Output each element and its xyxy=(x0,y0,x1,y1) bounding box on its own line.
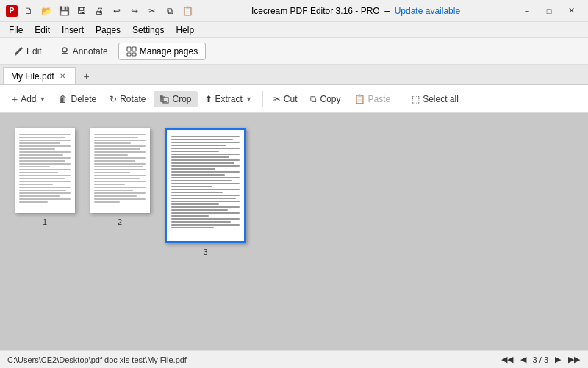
title-bar-title: Icecream PDF Editor 3.16 - PRO – Update … xyxy=(196,6,516,16)
copy-icon: ⧉ xyxy=(310,94,317,104)
menu-edit[interactable]: Edit xyxy=(29,24,56,37)
main-content: 1 xyxy=(0,113,588,350)
page-thumb-1[interactable]: 1 xyxy=(15,128,75,226)
tab-close-btn[interactable]: ✕ xyxy=(57,71,68,82)
tab-myfile[interactable]: My File.pdf ✕ xyxy=(3,67,76,84)
select-all-btn[interactable]: ⬚ Select all xyxy=(406,91,465,107)
cut-btn[interactable]: ✂ Cut xyxy=(268,91,304,107)
annotate-label: Annotate xyxy=(73,46,108,57)
last-page-btn[interactable]: ▶▶ xyxy=(567,353,581,367)
mode-bar: Edit Annotate Manage pages xyxy=(0,38,588,65)
edit-label: Edit xyxy=(26,46,42,57)
rotate-btn[interactable]: ↻ Rotate xyxy=(104,91,151,107)
paste-btn[interactable]: 📋 Paste xyxy=(348,91,397,107)
delete-btn[interactable]: 🗑 Delete xyxy=(53,91,102,107)
maximize-btn[interactable]: □ xyxy=(538,4,560,18)
separator-2 xyxy=(401,91,401,107)
copy-label: Copy xyxy=(320,94,340,104)
minimize-btn[interactable]: − xyxy=(516,4,538,18)
redo-btn[interactable]: ↪ xyxy=(126,3,143,19)
page-label-3: 3 xyxy=(203,248,207,256)
title-bar: P 🗋 📂 💾 🖫 🖨 ↩ ↪ ✂ ⧉ 📋 Icecream PDF Edito… xyxy=(0,0,588,22)
svg-rect-4 xyxy=(132,47,136,51)
menu-file[interactable]: File xyxy=(3,24,29,37)
delete-icon: 🗑 xyxy=(59,94,68,104)
manage-pages-icon xyxy=(126,46,137,57)
copy-tb-btn[interactable]: ⧉ xyxy=(162,3,178,19)
svg-rect-7 xyxy=(163,98,168,103)
print-btn[interactable]: 🖨 xyxy=(91,3,107,19)
undo-btn[interactable]: ↩ xyxy=(109,3,125,19)
page-navigation: ◀◀ ◀ 3 / 3 ▶ ▶▶ xyxy=(501,353,581,367)
svg-rect-3 xyxy=(127,47,131,51)
total-pages-number: 3 xyxy=(544,356,548,364)
menu-pages[interactable]: Pages xyxy=(90,24,126,37)
paste-icon: 📋 xyxy=(354,94,365,104)
app-icon: P xyxy=(6,5,18,17)
window-controls: − □ ✕ xyxy=(516,4,582,18)
new-file-btn[interactable]: 🗋 xyxy=(21,3,37,19)
menu-insert[interactable]: Insert xyxy=(56,24,90,37)
action-bar: + Add ▼ 🗑 Delete ↻ Rotate Crop ⬆ Extract… xyxy=(0,85,588,113)
annotate-icon xyxy=(60,46,70,57)
cut-tb-btn[interactable]: ✂ xyxy=(144,3,160,19)
svg-point-1 xyxy=(62,48,67,52)
menu-help[interactable]: Help xyxy=(170,24,200,37)
annotate-mode-btn[interactable]: Annotate xyxy=(52,43,115,59)
save-as-btn[interactable]: 🖫 xyxy=(74,3,90,19)
next-page-btn[interactable]: ▶ xyxy=(551,353,564,367)
save-btn[interactable]: 💾 xyxy=(56,3,72,19)
page-label-2: 2 xyxy=(118,217,122,226)
tab-bar: My File.pdf ✕ + xyxy=(0,65,588,85)
cut-icon: ✂ xyxy=(273,94,281,104)
new-tab-btn[interactable]: + xyxy=(79,68,95,84)
extract-label: Extract xyxy=(215,94,243,104)
page-content-1 xyxy=(15,128,75,213)
tab-label: My File.pdf xyxy=(11,71,54,82)
crop-label: Crop xyxy=(173,94,192,104)
page-thumb-2[interactable]: 2 xyxy=(90,128,150,226)
add-btn[interactable]: + Add ▼ xyxy=(6,90,51,108)
page-thumbnail-3[interactable] xyxy=(165,128,246,243)
extract-btn[interactable]: ⬆ Extract ▼ xyxy=(199,91,258,107)
svg-rect-2 xyxy=(62,53,68,54)
copy-btn[interactable]: ⧉ Copy xyxy=(304,91,346,107)
manage-pages-mode-btn[interactable]: Manage pages xyxy=(118,43,206,60)
update-link[interactable]: Update available xyxy=(395,6,460,16)
cut-label: Cut xyxy=(284,94,298,104)
menu-bar: File Edit Insert Pages Settings Help xyxy=(0,22,588,38)
delete-label: Delete xyxy=(71,94,96,104)
crop-btn[interactable]: Crop xyxy=(154,91,198,107)
select-all-label: Select all xyxy=(423,94,459,104)
status-bar: C:\Users\CE2\Desktop\pdf doc xls test\My… xyxy=(0,350,588,368)
manage-pages-label: Manage pages xyxy=(140,46,198,57)
first-page-btn[interactable]: ◀◀ xyxy=(501,353,514,367)
menu-settings[interactable]: Settings xyxy=(126,24,170,37)
title-bar-left: P 🗋 📂 💾 🖫 🖨 ↩ ↪ ✂ ⧉ 📋 xyxy=(6,3,196,19)
file-path: C:\Users\CE2\Desktop\pdf doc xls test\My… xyxy=(7,356,187,364)
paste-tb-btn[interactable]: 📋 xyxy=(179,3,196,19)
add-icon: + xyxy=(12,93,18,105)
prev-page-btn[interactable]: ◀ xyxy=(517,353,530,367)
separator-1 xyxy=(262,91,263,107)
close-btn[interactable]: ✕ xyxy=(560,4,582,18)
extract-icon: ⬆ xyxy=(205,94,212,104)
toolbar-quick-access: 🗋 📂 💾 🖫 🖨 ↩ ↪ ✂ ⧉ 📋 xyxy=(21,3,196,19)
edit-mode-btn[interactable]: Edit xyxy=(6,43,49,59)
current-page-display: 3 / 3 xyxy=(533,356,548,364)
app-title-text: Icecream PDF Editor 3.16 - PRO xyxy=(251,6,380,16)
page-thumb-3[interactable]: 3 xyxy=(165,128,246,256)
open-btn[interactable]: 📂 xyxy=(38,3,54,19)
select-all-icon: ⬚ xyxy=(412,94,420,104)
rotate-label: Rotate xyxy=(120,94,146,104)
paste-label: Paste xyxy=(368,94,391,104)
page-content-3 xyxy=(167,130,244,241)
page-label-1: 1 xyxy=(43,217,47,226)
page-content-2 xyxy=(90,128,150,213)
svg-rect-5 xyxy=(127,53,131,56)
current-page-number: 3 xyxy=(533,356,537,364)
svg-rect-6 xyxy=(132,53,136,56)
page-thumbnail-2[interactable] xyxy=(90,128,150,213)
page-thumbnail-1[interactable] xyxy=(15,128,75,213)
add-dropdown-arrow: ▼ xyxy=(40,95,46,103)
